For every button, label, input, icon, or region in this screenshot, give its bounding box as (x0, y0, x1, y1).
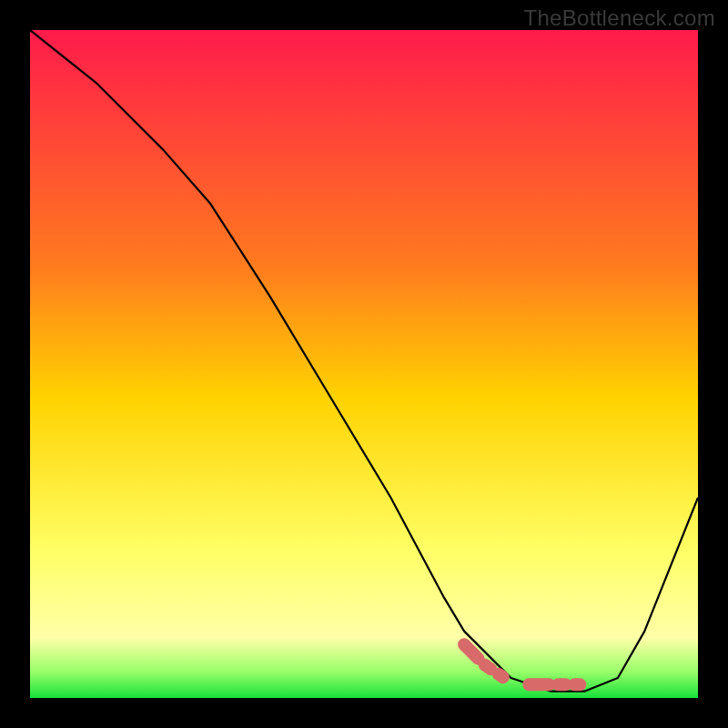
chart-background (30, 30, 698, 698)
chart-frame (30, 30, 698, 698)
bottleneck-chart (30, 30, 698, 698)
watermark-text: TheBottleneck.com (523, 5, 715, 31)
